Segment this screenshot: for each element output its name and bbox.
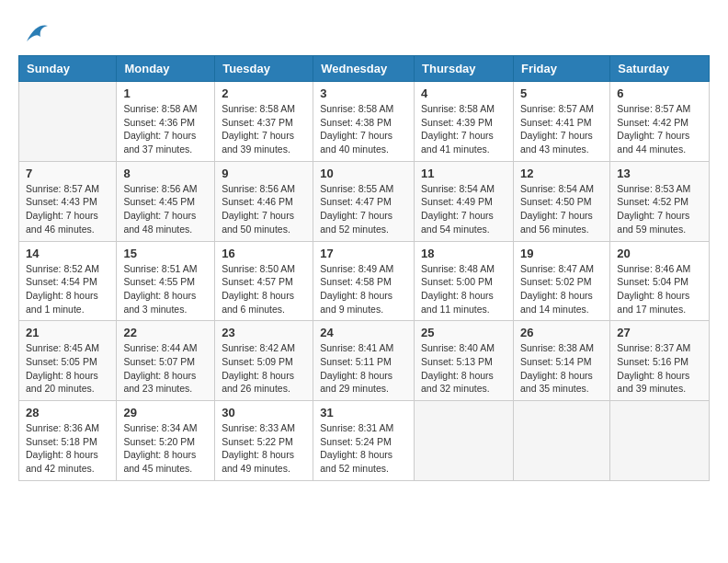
calendar-header-row: SundayMondayTuesdayWednesdayThursdayFrid… (19, 56, 710, 82)
day-info: Sunrise: 8:58 AMSunset: 4:38 PMDaylight:… (320, 102, 407, 156)
day-info: Sunrise: 8:45 AMSunset: 5:05 PMDaylight:… (26, 341, 109, 396)
day-info: Sunrise: 8:48 AMSunset: 5:00 PMDaylight:… (421, 262, 506, 316)
day-cell: 24Sunrise: 8:41 AMSunset: 5:11 PMDayligh… (313, 321, 415, 401)
column-header-saturday: Saturday (610, 56, 710, 82)
day-cell: 17Sunrise: 8:49 AMSunset: 4:58 PMDayligh… (313, 241, 415, 321)
day-cell: 2Sunrise: 8:58 AMSunset: 4:37 PMDaylight… (215, 82, 313, 162)
day-cell (513, 401, 609, 481)
day-number: 7 (26, 167, 109, 180)
day-number: 18 (421, 247, 506, 260)
day-cell: 8Sunrise: 8:56 AMSunset: 4:45 PMDaylight… (117, 161, 215, 241)
day-cell: 29Sunrise: 8:34 AMSunset: 5:20 PMDayligh… (117, 401, 215, 481)
day-info: Sunrise: 8:56 AMSunset: 4:46 PMDaylight:… (222, 182, 306, 236)
day-info: Sunrise: 8:50 AMSunset: 4:57 PMDaylight:… (222, 262, 306, 316)
day-number: 6 (617, 86, 702, 100)
week-row-1: 1Sunrise: 8:58 AMSunset: 4:36 PMDaylight… (19, 82, 710, 162)
day-number: 3 (320, 86, 407, 100)
day-cell: 10Sunrise: 8:55 AMSunset: 4:47 PMDayligh… (313, 161, 415, 241)
day-number: 29 (123, 406, 208, 419)
day-number: 2 (222, 86, 306, 100)
day-cell: 20Sunrise: 8:46 AMSunset: 5:04 PMDayligh… (610, 241, 710, 321)
day-info: Sunrise: 8:52 AMSunset: 4:54 PMDaylight:… (26, 262, 109, 316)
day-cell (19, 82, 117, 162)
day-cell: 23Sunrise: 8:42 AMSunset: 5:09 PMDayligh… (215, 321, 313, 401)
day-number: 17 (320, 247, 407, 260)
day-number: 11 (421, 167, 506, 180)
week-row-2: 7Sunrise: 8:57 AMSunset: 4:43 PMDaylight… (19, 161, 710, 241)
day-info: Sunrise: 8:38 AMSunset: 5:14 PMDaylight:… (520, 341, 603, 396)
day-number: 27 (617, 326, 702, 339)
day-cell: 12Sunrise: 8:54 AMSunset: 4:50 PMDayligh… (513, 161, 609, 241)
day-number: 10 (320, 167, 407, 180)
day-info: Sunrise: 8:41 AMSunset: 5:11 PMDaylight:… (320, 341, 407, 396)
day-number: 15 (123, 247, 208, 260)
day-number: 22 (123, 326, 208, 339)
day-cell: 7Sunrise: 8:57 AMSunset: 4:43 PMDaylight… (19, 161, 117, 241)
day-number: 28 (26, 406, 109, 419)
day-info: Sunrise: 8:34 AMSunset: 5:20 PMDaylight:… (123, 421, 208, 476)
day-number: 21 (26, 326, 109, 339)
day-number: 19 (520, 247, 603, 260)
day-info: Sunrise: 8:47 AMSunset: 5:02 PMDaylight:… (520, 262, 603, 316)
day-number: 14 (26, 247, 109, 260)
day-cell (610, 401, 710, 481)
day-cell: 31Sunrise: 8:31 AMSunset: 5:24 PMDayligh… (313, 401, 415, 481)
day-cell: 1Sunrise: 8:58 AMSunset: 4:36 PMDaylight… (117, 82, 215, 162)
day-cell: 11Sunrise: 8:54 AMSunset: 4:49 PMDayligh… (415, 161, 514, 241)
day-number: 8 (123, 167, 208, 180)
day-cell: 4Sunrise: 8:58 AMSunset: 4:39 PMDaylight… (415, 82, 514, 162)
day-number: 30 (222, 406, 306, 419)
day-info: Sunrise: 8:44 AMSunset: 5:07 PMDaylight:… (123, 341, 208, 396)
day-cell: 5Sunrise: 8:57 AMSunset: 4:41 PMDaylight… (513, 82, 609, 162)
day-cell: 25Sunrise: 8:40 AMSunset: 5:13 PMDayligh… (415, 321, 514, 401)
day-info: Sunrise: 8:55 AMSunset: 4:47 PMDaylight:… (320, 182, 407, 236)
day-info: Sunrise: 8:58 AMSunset: 4:37 PMDaylight:… (222, 102, 306, 156)
day-info: Sunrise: 8:58 AMSunset: 4:39 PMDaylight:… (421, 102, 506, 156)
day-cell: 16Sunrise: 8:50 AMSunset: 4:57 PMDayligh… (215, 241, 313, 321)
calendar-table: SundayMondayTuesdayWednesdayThursdayFrid… (18, 55, 710, 481)
day-cell: 3Sunrise: 8:58 AMSunset: 4:38 PMDaylight… (313, 82, 415, 162)
day-info: Sunrise: 8:54 AMSunset: 4:49 PMDaylight:… (421, 182, 506, 236)
day-number: 20 (617, 247, 702, 260)
day-info: Sunrise: 8:31 AMSunset: 5:24 PMDaylight:… (320, 421, 407, 476)
column-header-monday: Monday (117, 56, 215, 82)
day-number: 5 (520, 86, 603, 100)
day-number: 31 (320, 406, 407, 419)
day-info: Sunrise: 8:57 AMSunset: 4:43 PMDaylight:… (26, 182, 109, 236)
day-info: Sunrise: 8:57 AMSunset: 4:42 PMDaylight:… (617, 102, 702, 156)
day-info: Sunrise: 8:51 AMSunset: 4:55 PMDaylight:… (123, 262, 208, 316)
day-number: 25 (421, 326, 506, 339)
day-cell: 28Sunrise: 8:36 AMSunset: 5:18 PMDayligh… (19, 401, 117, 481)
day-cell: 21Sunrise: 8:45 AMSunset: 5:05 PMDayligh… (19, 321, 117, 401)
day-info: Sunrise: 8:33 AMSunset: 5:22 PMDaylight:… (222, 421, 306, 476)
day-info: Sunrise: 8:58 AMSunset: 4:36 PMDaylight:… (123, 102, 208, 156)
day-number: 13 (617, 167, 702, 180)
day-cell: 30Sunrise: 8:33 AMSunset: 5:22 PMDayligh… (215, 401, 313, 481)
day-cell: 14Sunrise: 8:52 AMSunset: 4:54 PMDayligh… (19, 241, 117, 321)
day-info: Sunrise: 8:49 AMSunset: 4:58 PMDaylight:… (320, 262, 407, 316)
day-info: Sunrise: 8:40 AMSunset: 5:13 PMDaylight:… (421, 341, 506, 396)
page-header (18, 18, 710, 46)
day-number: 1 (123, 86, 208, 100)
day-cell: 9Sunrise: 8:56 AMSunset: 4:46 PMDaylight… (215, 161, 313, 241)
day-info: Sunrise: 8:57 AMSunset: 4:41 PMDaylight:… (520, 102, 603, 156)
day-cell (415, 401, 514, 481)
day-cell: 13Sunrise: 8:53 AMSunset: 4:52 PMDayligh… (610, 161, 710, 241)
day-number: 26 (520, 326, 603, 339)
day-number: 9 (222, 167, 306, 180)
day-cell: 6Sunrise: 8:57 AMSunset: 4:42 PMDaylight… (610, 82, 710, 162)
logo (18, 18, 50, 46)
column-header-wednesday: Wednesday (313, 56, 415, 82)
column-header-sunday: Sunday (19, 56, 117, 82)
day-info: Sunrise: 8:56 AMSunset: 4:45 PMDaylight:… (123, 182, 208, 236)
day-info: Sunrise: 8:54 AMSunset: 4:50 PMDaylight:… (520, 182, 603, 236)
week-row-3: 14Sunrise: 8:52 AMSunset: 4:54 PMDayligh… (19, 241, 710, 321)
day-number: 12 (520, 167, 603, 180)
day-cell: 22Sunrise: 8:44 AMSunset: 5:07 PMDayligh… (117, 321, 215, 401)
day-number: 24 (320, 326, 407, 339)
day-number: 23 (222, 326, 306, 339)
day-info: Sunrise: 8:42 AMSunset: 5:09 PMDaylight:… (222, 341, 306, 396)
day-info: Sunrise: 8:37 AMSunset: 5:16 PMDaylight:… (617, 341, 702, 396)
day-cell: 18Sunrise: 8:48 AMSunset: 5:00 PMDayligh… (415, 241, 514, 321)
week-row-5: 28Sunrise: 8:36 AMSunset: 5:18 PMDayligh… (19, 401, 710, 481)
